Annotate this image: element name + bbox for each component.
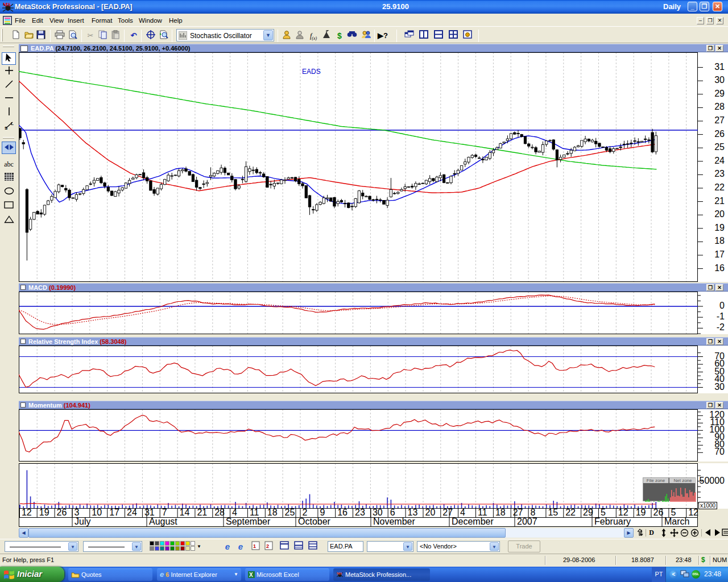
svg-text:13: 13 xyxy=(408,508,418,517)
svg-text:31: 31 xyxy=(144,508,155,517)
svg-text:11: 11 xyxy=(250,508,259,517)
svg-text:S: S xyxy=(5,126,8,130)
svg-text:-1: -1 xyxy=(717,311,725,321)
svg-text:5: 5 xyxy=(671,508,676,517)
svg-text:29: 29 xyxy=(583,508,593,517)
svg-text:23: 23 xyxy=(355,508,365,517)
svg-text:22: 22 xyxy=(565,508,576,517)
svg-text:11: 11 xyxy=(478,508,487,517)
svg-text:30: 30 xyxy=(714,75,725,85)
svg-text:50000: 50000 xyxy=(700,476,725,485)
svg-text:29: 29 xyxy=(714,89,725,98)
svg-text:6: 6 xyxy=(390,508,395,517)
svg-text:20: 20 xyxy=(714,209,725,219)
svg-text:L: L xyxy=(11,121,14,126)
svg-text:3: 3 xyxy=(75,508,80,517)
svg-text:March: March xyxy=(664,517,689,526)
svg-text:25: 25 xyxy=(714,142,725,152)
svg-text:19: 19 xyxy=(636,508,646,517)
svg-text:26: 26 xyxy=(57,508,67,517)
svg-text:18: 18 xyxy=(495,508,506,517)
svg-text:February: February xyxy=(594,517,631,526)
svg-text:25: 25 xyxy=(285,508,295,517)
svg-text:30: 30 xyxy=(373,508,383,517)
svg-text:23: 23 xyxy=(714,169,725,178)
svg-text:31: 31 xyxy=(714,62,725,72)
svg-text:30: 30 xyxy=(714,382,725,392)
svg-text:19: 19 xyxy=(39,508,49,517)
svg-text:2007: 2007 xyxy=(517,517,537,526)
svg-text:4: 4 xyxy=(460,508,465,517)
svg-text:24: 24 xyxy=(127,508,137,517)
svg-text:16: 16 xyxy=(714,263,725,273)
svg-text:December: December xyxy=(452,517,494,526)
svg-text:17: 17 xyxy=(109,508,119,517)
svg-text:20: 20 xyxy=(425,508,436,517)
svg-text:July: July xyxy=(75,517,90,526)
svg-text:-2: -2 xyxy=(717,322,725,332)
svg-text:September: September xyxy=(226,517,271,526)
svg-text:2: 2 xyxy=(266,543,269,549)
svg-text:14: 14 xyxy=(180,508,190,517)
svg-text:19: 19 xyxy=(714,223,725,232)
svg-text:X: X xyxy=(249,572,253,578)
svg-text:5: 5 xyxy=(601,508,606,517)
svg-text:10: 10 xyxy=(92,508,102,517)
svg-text:27: 27 xyxy=(513,508,523,517)
svg-text:4: 4 xyxy=(232,508,237,517)
svg-text:12: 12 xyxy=(22,508,32,517)
svg-text:7: 7 xyxy=(162,508,167,517)
svg-text:October: October xyxy=(298,517,331,526)
svg-text:28: 28 xyxy=(214,508,225,517)
svg-text:27: 27 xyxy=(714,115,725,125)
svg-text:8: 8 xyxy=(531,508,536,517)
svg-text:28: 28 xyxy=(714,102,725,111)
svg-text:26: 26 xyxy=(714,129,725,139)
svg-text:27: 27 xyxy=(442,508,453,517)
svg-text:70: 70 xyxy=(714,447,725,456)
svg-text:1: 1 xyxy=(253,543,256,549)
svg-text:16: 16 xyxy=(337,508,348,517)
svg-text:August: August xyxy=(149,517,177,526)
svg-text:18: 18 xyxy=(267,508,278,517)
svg-text:21: 21 xyxy=(197,508,207,517)
svg-text:November: November xyxy=(373,517,415,526)
svg-text:9: 9 xyxy=(320,508,325,517)
svg-text:MS: MS xyxy=(337,572,342,575)
svg-text:0: 0 xyxy=(719,301,725,310)
svg-text:12: 12 xyxy=(688,508,698,517)
svg-text:18: 18 xyxy=(714,236,725,246)
svg-text:22: 22 xyxy=(714,182,725,192)
svg-text:12: 12 xyxy=(618,508,628,517)
svg-text:24: 24 xyxy=(714,156,725,165)
svg-text:21: 21 xyxy=(714,196,725,206)
svg-text:2: 2 xyxy=(303,508,308,517)
svg-text:EADS: EADS xyxy=(302,68,321,76)
svg-text:MS: MS xyxy=(3,2,11,7)
svg-text:17: 17 xyxy=(714,250,725,259)
svg-text:15: 15 xyxy=(548,508,558,517)
